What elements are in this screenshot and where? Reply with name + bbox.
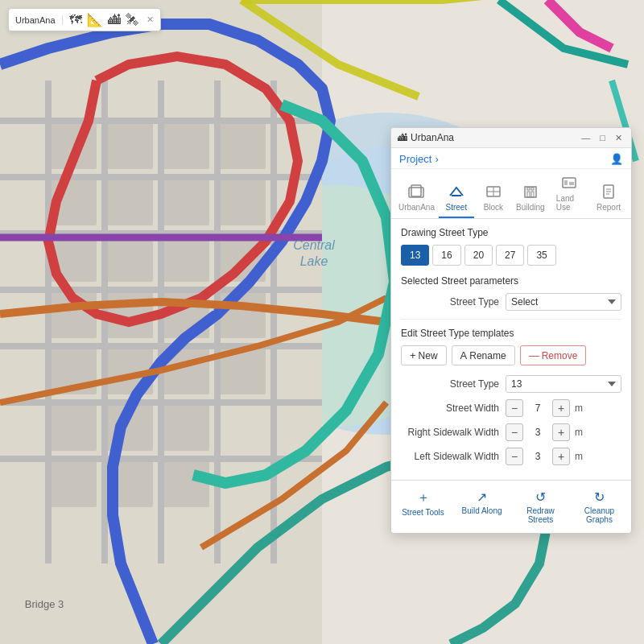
panel-title-text: UrbanAna [411,132,454,143]
tab-urbanana[interactable]: UrbanAna [396,181,437,218]
street-tools-icon: ＋ [417,489,430,506]
build-along-button[interactable]: ↗ Build Along [453,485,510,528]
window-controls: — □ ✕ [579,133,625,143]
edit-street-type-select[interactable]: 13 16 20 27 35 [506,375,621,393]
cleanup-graphs-button[interactable]: ↻ Cleanup Graphs [571,485,628,528]
tab-report[interactable]: Report [591,181,626,218]
rename-label: Rename [469,350,506,361]
svg-rect-12 [217,177,266,225]
3d-icon[interactable]: 🏙 [108,13,121,27]
tab-report-icon [601,184,617,201]
street-type-param-label: Street Type [401,296,506,308]
street-type-select[interactable]: Select 13 16 20 27 35 [506,293,621,311]
new-button[interactable]: + New [401,345,447,365]
redraw-streets-button[interactable]: ↺ Redraw Streets [512,485,569,528]
tab-landuse[interactable]: Land Use [550,172,589,218]
svg-rect-54 [531,192,534,197]
panel-title: 🏙 UrbanAna [398,132,454,143]
svg-rect-56 [531,188,534,190]
close-button[interactable]: ✕ [613,133,625,143]
panel-footer: ＋ Street Tools ↗ Build Along ↺ Redraw St… [391,480,631,533]
street-tools-label: Street Tools [402,508,444,517]
svg-rect-53 [527,192,530,197]
tab-urbanana-icon [408,184,424,201]
street-tools-button[interactable]: ＋ Street Tools [394,485,452,528]
panel-tabs: UrbanAna Street Block Building Land Use [391,169,631,219]
left-sidewalk-label: Left Sidewalk Width [401,451,506,462]
left-sidewalk-stepper: − 3 + m [506,448,583,465]
right-sidewalk-value: 3 [526,427,549,438]
svg-text:Bridge 3: Bridge 3 [25,598,64,610]
redraw-streets-icon: ↺ [535,489,546,505]
tab-building-icon [522,184,539,201]
street-width-label: Street Width [401,402,506,414]
tab-street-icon [448,184,464,201]
tab-block[interactable]: Block [476,181,511,218]
street-width-plus[interactable]: + [552,399,570,417]
svg-rect-55 [527,188,530,190]
tab-report-label: Report [597,203,621,212]
svg-rect-27 [161,402,209,451]
map-toolbar: UrbanAna 🗺 📐 🏙 🛰 ✕ [8,8,161,31]
toolbar-title: UrbanAna [15,15,63,25]
edit-buttons: + New A Rename — Remove [401,345,621,365]
toolbar-close[interactable]: ✕ [147,14,154,25]
drawing-section-title: Drawing Street Type [401,227,621,238]
right-sidewalk-minus[interactable]: − [506,423,523,441]
st-btn-27[interactable]: 27 [496,245,524,266]
svg-text:Central: Central [293,238,335,252]
remove-label: Remove [542,350,578,361]
rename-button[interactable]: A Rename [452,345,515,365]
svg-rect-6 [105,121,153,169]
tab-urbanana-label: UrbanAna [398,203,435,212]
build-along-icon: ↗ [477,489,487,505]
breadcrumb-left[interactable]: Project › [399,153,439,165]
right-sidewalk-row: Right Sidewalk Width − 3 + m [401,423,621,441]
minimize-button[interactable]: — [579,133,592,143]
user-icon[interactable]: 👤 [610,153,623,165]
svg-rect-28 [48,459,97,507]
tab-block-label: Block [484,203,503,212]
st-btn-16[interactable]: 16 [432,245,460,266]
redraw-streets-label: Redraw Streets [515,506,566,524]
st-btn-20[interactable]: 20 [464,245,493,266]
svg-rect-30 [161,459,209,507]
left-sidewalk-minus[interactable]: − [506,448,523,465]
cleanup-graphs-label: Cleanup Graphs [574,506,625,524]
street-width-minus[interactable]: − [506,399,523,417]
tab-building[interactable]: Building [513,181,548,218]
remove-button[interactable]: — Remove [520,345,587,365]
edit-templates-title: Edit Street Type templates [401,328,621,339]
tab-street-label: Street [446,203,468,212]
rename-icon: A [460,349,468,361]
build-along-label: Build Along [461,506,502,515]
edit-street-type-row: Street Type 13 16 20 27 35 [401,375,621,393]
left-sidewalk-plus[interactable]: + [552,448,570,465]
map-icon[interactable]: 🗺 [69,13,82,27]
svg-rect-10 [105,177,153,225]
panel-app-icon: 🏙 [398,132,407,143]
remove-icon: — [529,349,539,361]
layers-icon[interactable]: 📐 [87,12,103,27]
tab-landuse-label: Land Use [556,194,583,212]
tab-landuse-icon [561,175,577,192]
breadcrumb-project[interactable]: Project [399,153,431,165]
panel-titlebar: 🏙 UrbanAna — □ ✕ [391,128,631,148]
street-width-row: Street Width − 7 + m [401,399,621,417]
st-btn-35[interactable]: 35 [527,245,555,266]
right-sidewalk-plus[interactable]: + [552,423,570,441]
svg-rect-25 [48,402,97,451]
street-width-unit: m [575,402,583,414]
svg-rect-8 [217,121,266,169]
panel-breadcrumb: Project › 👤 [391,148,631,169]
st-btn-13[interactable]: 13 [401,245,429,266]
panel-content: Drawing Street Type 13 16 20 27 35 Selec… [391,219,631,480]
tab-street[interactable]: Street [439,181,474,218]
svg-rect-47 [411,185,421,196]
svg-text:Lake: Lake [300,254,328,268]
svg-rect-59 [569,182,574,185]
new-label: New [419,350,438,361]
street-type-param-row: Street Type Select 13 16 20 27 35 [401,293,621,311]
satellite-icon[interactable]: 🛰 [126,13,138,27]
maximize-button[interactable]: □ [597,133,608,143]
